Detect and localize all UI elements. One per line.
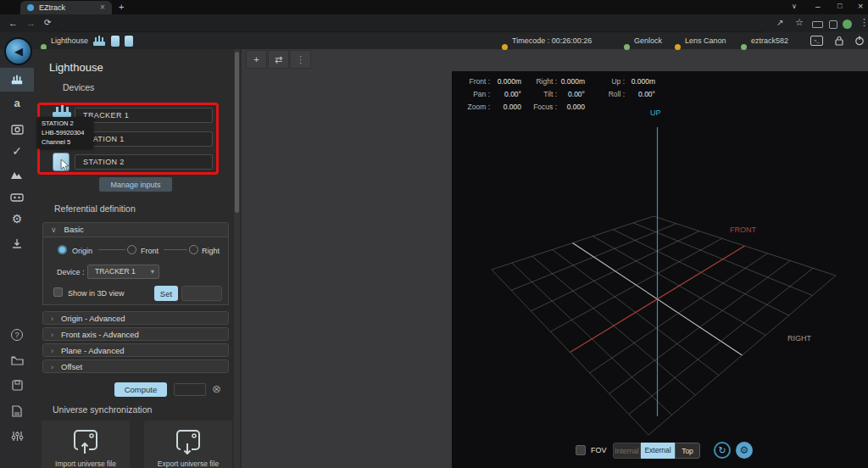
lens-dot	[675, 38, 685, 55]
back-icon[interactable]: ←	[8, 18, 18, 28]
clear-icon[interactable]: ⊗	[212, 382, 221, 395]
chevron-right-icon: ›	[51, 347, 53, 355]
sidebar-item-save[interactable]	[0, 374, 34, 398]
telemetry-row-position: Front :0.000m Right :0.000m Up :0.000m	[452, 75, 655, 87]
gear-icon: ⚙	[12, 212, 23, 226]
viewport-3d[interactable]: UP FRONT RIGHT Front :0.000m Right :0.00…	[452, 71, 868, 468]
chevron-right-icon: ›	[51, 363, 53, 371]
tab-close-icon[interactable]: ×	[100, 1, 105, 14]
radio-origin[interactable]	[58, 245, 67, 254]
kebab-menu-icon: ⋮	[296, 54, 305, 64]
radio-right[interactable]	[189, 245, 198, 254]
tab-favicon	[27, 4, 34, 11]
browser-tab-strip: EZtrack × + ∨ – □ ×	[0, 0, 868, 14]
sidebar-item-mixer[interactable]	[0, 425, 34, 448]
timecode-dot	[502, 38, 512, 55]
host-dot	[741, 38, 751, 55]
accordion-offset[interactable]: ›Offset	[42, 359, 229, 373]
window-close-icon[interactable]: ×	[858, 2, 863, 11]
viewport-settings-button[interactable]: ⚙	[736, 442, 753, 459]
sidebar-item-calibration[interactable]: ✓	[0, 139, 34, 163]
mountains-icon	[10, 170, 24, 180]
sidebar-item-settings[interactable]: ⚙	[0, 207, 34, 231]
accordion-plane-advanced-label: Plane - Advanced	[61, 346, 124, 355]
device-select[interactable]: TRACKER 1 ▾	[87, 265, 159, 279]
profile-avatar[interactable]	[843, 20, 852, 29]
sidebar-item-document[interactable]	[0, 399, 34, 423]
browser-menu-icon[interactable]: ⋮	[860, 18, 868, 27]
panel-scrollbar-track[interactable]	[234, 49, 240, 468]
accordion-origin-advanced[interactable]: ›Origin - Advanced	[42, 311, 229, 325]
share-icon[interactable]: ↗	[776, 19, 783, 27]
dropdown-chevron-icon: ▾	[151, 265, 154, 278]
right-value: 0.000m	[557, 77, 585, 86]
eztrack-logo: ◀	[4, 37, 32, 65]
compute-value-field[interactable]	[174, 383, 206, 396]
sidebar-item-aruco[interactable]: a	[0, 92, 34, 115]
forward-icon[interactable]: →	[26, 18, 36, 28]
sidebar-item-help[interactable]: ?	[0, 323, 34, 347]
tab-search-chevron-icon[interactable]: ∨	[792, 3, 797, 10]
sidebar-item-camera[interactable]	[0, 117, 34, 141]
side-panel-icon[interactable]	[829, 20, 837, 29]
view-button-internal[interactable]: Internal	[613, 443, 641, 459]
app-status-label: Lighthouse	[51, 32, 88, 49]
tilt-label: Tilt :	[521, 90, 557, 98]
accordion-front-axis-advanced[interactable]: ›Front axis - Advanced	[42, 327, 229, 341]
import-universe-icon	[70, 427, 101, 454]
letter-a-icon: a	[14, 97, 19, 109]
front-label: Front :	[452, 77, 490, 86]
browser-tab[interactable]: EZtrack ×	[20, 1, 112, 14]
power-icon[interactable]	[854, 36, 865, 46]
sidebar-item-scene[interactable]	[0, 163, 34, 187]
roll-label: Roll :	[585, 90, 625, 98]
sliders-icon	[11, 431, 24, 442]
front-value: 0.000m	[490, 77, 521, 86]
manage-inputs-button[interactable]: Manage inputs	[99, 177, 172, 192]
devices-section-label: Devices	[63, 82, 94, 92]
accordion-basic[interactable]: ∨Basic	[42, 222, 229, 237]
import-universe-card[interactable]: Import universe file	[42, 421, 130, 468]
rotate-icon: ↻	[718, 445, 726, 455]
view-button-external[interactable]: External	[641, 443, 675, 459]
bookmark-star-icon[interactable]: ☆	[795, 18, 804, 27]
new-tab-icon[interactable]: +	[119, 3, 124, 12]
sidebar-item-lighthouse[interactable]	[0, 68, 34, 92]
compute-button[interactable]: Compute	[114, 382, 167, 397]
gear-icon: ⚙	[740, 444, 749, 456]
lock-icon[interactable]	[834, 36, 844, 46]
sidebar-item-recorder[interactable]	[0, 186, 34, 209]
export-universe-label: Export universe file	[144, 460, 232, 468]
tape-icon	[10, 193, 24, 202]
secondary-action-button-disabled[interactable]	[181, 286, 222, 301]
browser-address-bar: ← → ⟳ ⚠Non sécurisé|eztrack582/lighthous…	[0, 14, 868, 32]
sidebar-item-export[interactable]	[0, 231, 34, 255]
radio-front[interactable]	[127, 245, 136, 254]
up-value: 0.000m	[625, 77, 655, 86]
export-universe-card[interactable]: Export universe file	[144, 421, 232, 468]
reload-icon[interactable]: ⟳	[44, 18, 51, 27]
reset-view-button[interactable]: ↻	[714, 442, 731, 459]
fov-checkbox[interactable]	[576, 445, 586, 455]
split-view-button[interactable]: ⇄	[268, 50, 289, 69]
workspace-menu-button[interactable]: ⋮	[290, 50, 311, 69]
timecode-label: Timecode : 00:26:00:26	[512, 32, 592, 49]
extensions-icon[interactable]	[812, 21, 823, 28]
referential-section-label: Referential definition	[54, 203, 136, 214]
window-maximize-icon[interactable]: □	[837, 3, 842, 10]
window-minimize-icon[interactable]: –	[815, 3, 821, 11]
view-button-top[interactable]: Top	[675, 443, 700, 459]
panel-scrollbar-thumb[interactable]	[235, 52, 239, 213]
camera-icon	[11, 124, 24, 135]
fov-label: FOV	[591, 446, 607, 454]
set-button[interactable]: Set	[154, 286, 178, 301]
document-icon	[12, 405, 22, 417]
sidebar-item-projects[interactable]	[0, 348, 34, 372]
accordion-plane-advanced[interactable]: ›Plane - Advanced	[42, 343, 229, 357]
show-3d-checkbox[interactable]	[53, 287, 63, 297]
3d-grid	[452, 71, 868, 468]
device-select-label: Device :	[57, 268, 85, 276]
terminal-icon[interactable]: >_	[810, 36, 823, 46]
add-panel-button[interactable]: +	[246, 50, 267, 69]
import-universe-label: Import universe file	[42, 460, 130, 468]
